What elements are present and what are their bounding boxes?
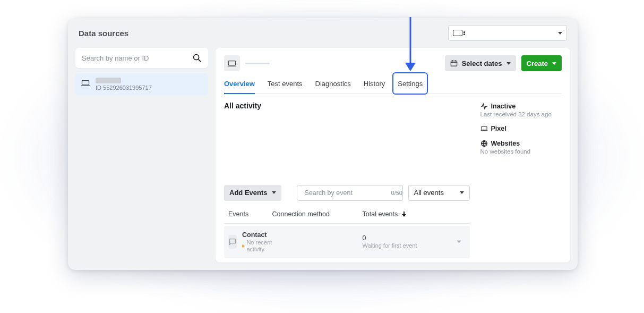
pixel-icon (480, 125, 488, 132)
chevron-down-icon (457, 241, 461, 243)
sort-descending-icon (402, 212, 406, 217)
app-window: Data sources (68, 18, 578, 270)
source-title (245, 63, 270, 64)
event-chip (228, 235, 237, 249)
activity-icon (480, 103, 488, 110)
event-total: 0 (363, 234, 453, 242)
calendar-icon (450, 60, 458, 67)
tab-overview[interactable]: Overview (224, 75, 255, 94)
status-pixel-label: Pixel (491, 125, 506, 132)
status-last-received: Last received 52 days ago (480, 111, 562, 117)
event-search[interactable]: 0/50 (297, 185, 403, 201)
chevron-down-icon (552, 62, 556, 65)
main-header: Select dates Create (224, 55, 562, 75)
all-activity-heading: All activity (224, 101, 470, 110)
event-search-input[interactable] (305, 189, 388, 197)
tab-diagnostics[interactable]: Diagnostics (315, 75, 351, 94)
header-bar: Data sources (68, 18, 578, 48)
page-title: Data sources (79, 29, 128, 38)
chat-icon (228, 238, 237, 246)
event-total-sub: Waiting for first event (363, 242, 453, 249)
events-table-header: Events Connection method Total events (224, 205, 470, 224)
source-list: ID 552926031995717 (75, 73, 208, 95)
svg-rect-4 (229, 61, 236, 65)
tab-test-events[interactable]: Test events (268, 75, 303, 94)
chevron-down-icon (460, 191, 464, 194)
source-item[interactable]: ID 552926031995717 (75, 73, 208, 95)
svg-point-0 (194, 55, 199, 60)
svg-rect-2 (82, 81, 89, 85)
svg-rect-12 (481, 126, 486, 130)
svg-line-1 (199, 60, 201, 62)
create-button[interactable]: Create (521, 55, 562, 71)
status-inactive-label: Inactive (491, 103, 516, 110)
source-icon-chip (224, 55, 240, 71)
svg-rect-6 (451, 61, 457, 66)
event-name: Contact (242, 231, 272, 239)
source-name (96, 78, 121, 83)
event-search-counter: 0/50 (391, 190, 402, 196)
tab-settings[interactable]: Settings (398, 75, 423, 94)
sidebar: ID 552926031995717 (75, 48, 208, 263)
search-icon (192, 53, 202, 63)
sidebar-search[interactable] (75, 48, 208, 68)
status-dot-icon (242, 244, 244, 248)
add-events-label: Add Events (229, 189, 268, 197)
col-events: Events (228, 210, 272, 218)
event-subtext: No recent activity (246, 239, 272, 253)
chevron-down-icon (506, 62, 511, 65)
sidebar-search-input[interactable] (82, 54, 192, 62)
tab-history[interactable]: History (364, 75, 385, 94)
event-filter-select[interactable]: All events (408, 185, 470, 201)
account-selector[interactable] (448, 25, 567, 41)
status-sidebar: Inactive Last received 52 days ago Pixel (480, 101, 562, 258)
pixel-icon (81, 80, 90, 87)
pixel-icon (227, 60, 237, 67)
tabs: Overview Test events Diagnostics History… (224, 75, 562, 94)
source-id: ID 552926031995717 (96, 84, 152, 91)
event-filter-label: All events (414, 189, 444, 197)
select-dates-label: Select dates (462, 60, 502, 67)
status-websites-label: Websites (491, 140, 520, 147)
select-dates-button[interactable]: Select dates (445, 55, 516, 71)
create-label: Create (527, 60, 548, 67)
col-total-events[interactable]: Total events (363, 210, 453, 218)
account-icon (453, 30, 462, 36)
add-events-button[interactable]: Add Events (224, 185, 281, 201)
col-connection-method: Connection method (272, 210, 363, 218)
status-websites-sub: No websites found (480, 148, 562, 155)
chevron-down-icon (558, 32, 562, 35)
event-row[interactable]: Contact No recent activity 0 (224, 226, 470, 258)
globe-icon (480, 140, 488, 147)
main-panel: Select dates Create Overview Test events… (216, 48, 570, 263)
chevron-down-icon (272, 191, 276, 194)
